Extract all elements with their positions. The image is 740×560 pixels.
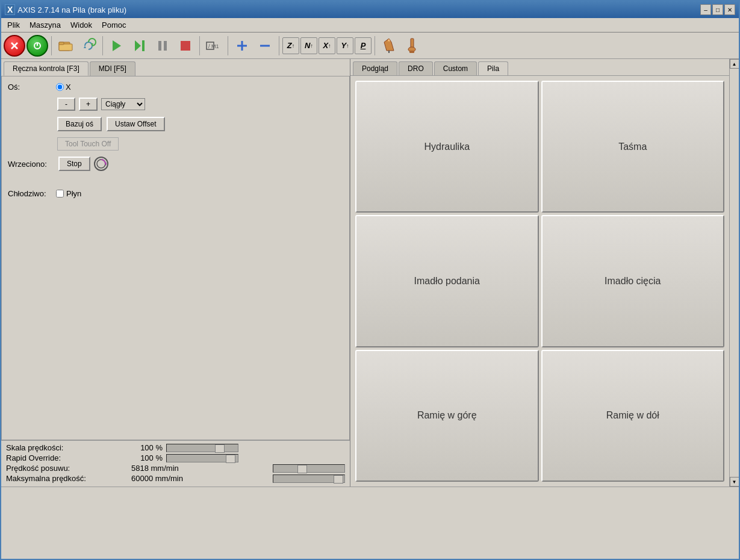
estop-button[interactable] — [4, 35, 25, 57]
open-button[interactable] — [55, 35, 76, 57]
feed-rate-value: 5818 mm/min — [131, 464, 179, 473]
feed-rate-thumb[interactable] — [297, 465, 307, 473]
tab-mdi[interactable]: MDI [F5] — [90, 61, 135, 76]
imadlo-podania-button[interactable]: Imadło podania — [355, 215, 539, 347]
maximize-button[interactable]: □ — [712, 4, 723, 15]
jog-controls-row: - + Ciągły Krokowy — [57, 98, 343, 111]
jog-minus-button[interactable]: - — [57, 98, 75, 111]
axis-x-label: X — [66, 82, 71, 92]
offset-button[interactable]: Ustaw Offset — [107, 117, 164, 131]
svg-marker-27 — [105, 162, 107, 166]
svg-rect-6 — [59, 42, 64, 45]
right-tab-bar: Podgląd DRO Custom Pila — [350, 59, 729, 76]
svg-rect-12 — [158, 41, 161, 51]
tab-pila[interactable]: Pila — [478, 61, 508, 75]
stop-button[interactable] — [175, 35, 196, 57]
sep4 — [228, 36, 228, 55]
rapid-override-thumb[interactable] — [226, 455, 235, 463]
coolant-checkbox[interactable] — [56, 190, 64, 198]
left-section: Ręczna kontrola [F3] MDI [F5] Oś: X — [1, 59, 350, 487]
x-touch-button[interactable]: X↑ — [319, 37, 335, 54]
touch-off-row: Tool Touch Off — [57, 137, 343, 151]
reload-button[interactable] — [78, 35, 99, 57]
speed-scale-slider[interactable] — [166, 444, 238, 452]
tab-podglad[interactable]: Podgląd — [353, 61, 397, 75]
content-area: Ręczna kontrola [F3] MDI [F5] Oś: X — [1, 59, 739, 487]
left-tab-bar: Ręczna kontrola [F3] MDI [F5] — [1, 59, 350, 76]
menu-pomoc[interactable]: Pomoc — [98, 19, 129, 31]
ramie-gora-button[interactable]: Ramię w górę — [355, 350, 539, 482]
feed-plus-button[interactable] — [231, 35, 253, 57]
ramie-dol-button[interactable]: Ramię w dół — [541, 350, 725, 482]
rapid-override-value: 100 % — [126, 453, 163, 462]
feed-rate-label: Prędkość posuwu: — [6, 464, 126, 473]
right-section: Podgląd DRO Custom Pila Hydraulika Taśma… — [350, 59, 739, 487]
svg-marker-7 — [84, 46, 86, 48]
pause-button[interactable] — [152, 35, 173, 57]
spindle-stop-button[interactable]: Stop — [58, 157, 90, 171]
tab-custom[interactable]: Custom — [434, 61, 477, 75]
axis-x-radio[interactable] — [56, 83, 64, 91]
title-bar: X AXIS 2.7.14 na Pila (brak pliku) – □ ✕ — [1, 1, 739, 18]
jog-plus-button[interactable]: + — [79, 98, 98, 111]
coolant-row: Chłodziwo: Płyn — [8, 189, 343, 198]
window-icon: X — [5, 4, 15, 15]
clean-button[interactable] — [401, 35, 423, 57]
feed-minus-button[interactable] — [254, 35, 276, 57]
svg-marker-9 — [113, 40, 121, 51]
speed-scale-thumb[interactable] — [215, 444, 225, 453]
rapid-override-slider[interactable] — [166, 454, 238, 462]
feed-rate-slider[interactable] — [273, 464, 345, 473]
max-speed-label: Maksymalna prędkość: — [6, 474, 126, 483]
close-button[interactable]: ✕ — [724, 4, 735, 15]
scroll-down-button[interactable]: ▼ — [730, 477, 739, 487]
rapid-override-label: Rapid Override: — [6, 453, 126, 462]
menu-widok[interactable]: Widok — [67, 19, 96, 31]
imadlo-ciecia-button[interactable]: Imadło cięcia — [541, 215, 725, 347]
speed-scale-label: Skala prędkości: — [6, 443, 126, 452]
svg-rect-13 — [164, 41, 167, 51]
svg-rect-25 — [409, 51, 414, 53]
jog-mode-select[interactable]: Ciągły Krokowy — [101, 98, 145, 110]
menu-plik[interactable]: Plik — [4, 19, 23, 31]
hydraulika-button[interactable]: Hydraulika — [355, 81, 539, 213]
p-touch-button[interactable]: P — [355, 37, 372, 54]
home-button[interactable]: Bazuj oś — [57, 117, 102, 131]
spindle-row: Wrzeciono: Stop — [8, 157, 343, 171]
coolant-checkbox-label[interactable]: Płyn — [56, 189, 81, 198]
menu-maszyna[interactable]: Maszyna — [26, 19, 64, 31]
z-touch-button[interactable]: Z↑ — [282, 37, 299, 54]
spindle-label: Wrzeciono: — [8, 160, 56, 169]
right-main: Podgląd DRO Custom Pila Hydraulika Taśma… — [350, 59, 729, 487]
minimize-button[interactable]: – — [700, 4, 711, 15]
coolant-label: Chłodziwo: — [8, 189, 56, 198]
probe-button[interactable] — [378, 35, 400, 57]
sep6 — [375, 36, 375, 55]
tab-dro[interactable]: DRO — [399, 61, 433, 75]
tasma-button[interactable]: Taśma — [541, 81, 725, 213]
speed-scale-value: 100 % — [126, 443, 163, 452]
sep2 — [102, 36, 103, 55]
run-button[interactable] — [106, 35, 128, 57]
status-section: Skala prędkości: 100 % Rapid Override: 1… — [1, 440, 350, 487]
svg-rect-11 — [142, 40, 145, 51]
axis-x-radio-label[interactable]: X — [56, 82, 71, 92]
max-speed-thumb[interactable] — [334, 475, 343, 484]
svg-rect-5 — [59, 44, 72, 51]
spindle-rotate-button[interactable] — [94, 157, 108, 171]
window-title: AXIS 2.7.14 na Pila (brak pliku) — [17, 5, 126, 14]
scroll-up-button[interactable]: ▲ — [730, 59, 739, 69]
tab-manual-control[interactable]: Ręczna kontrola [F3] — [4, 61, 89, 76]
n-touch-button[interactable]: N↑ — [300, 37, 317, 54]
sep1 — [51, 36, 52, 55]
sep3 — [199, 36, 200, 55]
reverse-button[interactable]: / M1 — [203, 35, 225, 57]
svg-marker-10 — [135, 40, 141, 51]
max-speed-value: 60000 mm/min — [131, 474, 183, 483]
y-touch-button[interactable]: Y↑ — [337, 37, 353, 54]
max-speed-slider[interactable] — [273, 474, 345, 483]
menu-bar: Plik Maszyna Widok Pomoc — [1, 18, 739, 33]
step-button[interactable] — [129, 35, 151, 57]
coolant-option-label: Płyn — [66, 189, 81, 198]
power-button[interactable] — [26, 35, 48, 57]
